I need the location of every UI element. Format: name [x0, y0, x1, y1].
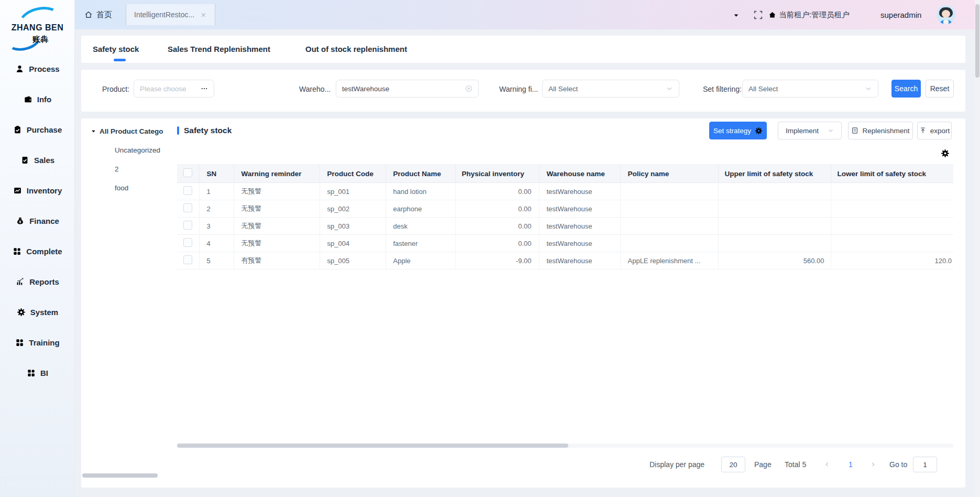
cell-upper — [718, 218, 831, 235]
cell-policy — [620, 200, 718, 218]
home-filled-icon — [768, 11, 776, 19]
cell-code: sp_004 — [320, 235, 386, 252]
close-icon[interactable] — [200, 12, 207, 18]
more-dots-icon — [201, 85, 208, 92]
warning-filter-label: Warning fi... — [499, 85, 538, 93]
tenant-indicator: 当前租户:管理员租户 — [768, 0, 850, 29]
set-filtering-select[interactable]: All Select — [742, 80, 878, 98]
sidebar-item-training[interactable]: Training — [15, 334, 59, 350]
avatar-shirt — [943, 20, 949, 24]
avatar[interactable] — [937, 5, 955, 24]
clipboard-check-icon — [13, 125, 22, 134]
warehouse-value: testWarehouse — [342, 85, 389, 93]
sidebar-item-sales[interactable]: Sales — [20, 152, 54, 168]
sidebar-item-system[interactable]: System — [17, 304, 58, 320]
sidebar-item-reports[interactable]: Reports — [16, 274, 59, 289]
set-strategy-button[interactable]: Set strategy — [709, 122, 767, 139]
tree-caret-icon[interactable] — [91, 128, 96, 134]
goto-page-input[interactable] — [913, 457, 937, 472]
sidebar-item-complete[interactable]: Complete — [13, 243, 62, 259]
tab-sales-trend-replenishment[interactable]: Sales Trend Replenishment — [168, 36, 270, 63]
cell-sn: 1 — [199, 183, 234, 200]
warning-filter-select[interactable]: All Select — [542, 80, 679, 98]
tree-item-uncategorized[interactable]: Uncategorized — [115, 143, 160, 157]
chevron-down-icon — [828, 127, 834, 134]
tree-item-2[interactable]: 2 — [115, 161, 119, 176]
sidebar-item-finance[interactable]: Finance — [16, 213, 59, 229]
row-checkbox[interactable] — [183, 221, 192, 230]
cell-lower — [831, 235, 953, 252]
sidebar-item-label: Sales — [34, 156, 54, 165]
implement-dropdown[interactable]: Implement — [778, 122, 842, 139]
column-header: Policy name — [620, 165, 718, 183]
safety-stock-table: SN Warning reminder Product Code Product… — [177, 164, 953, 269]
tree-item-food[interactable]: food — [115, 180, 128, 195]
cell-physical: 0.00 — [455, 235, 539, 252]
row-checkbox[interactable] — [183, 186, 192, 195]
page-size-input[interactable] — [721, 457, 745, 472]
set-strategy-label: Set strategy — [713, 127, 751, 135]
product-field[interactable]: Please choose — [134, 80, 214, 98]
search-button[interactable]: Search — [891, 80, 921, 98]
replenishment-button[interactable]: Replenishment — [848, 122, 913, 139]
previous-page-arrow[interactable]: ‹ — [825, 459, 829, 469]
panel-title: Safety stock — [177, 123, 232, 138]
product-placeholder: Please choose — [140, 85, 186, 93]
table-row: 4 无预警 sp_004 fastener 0.00 testWarehouse — [177, 235, 953, 252]
fullscreen-icon[interactable] — [754, 10, 763, 19]
sidebar-item-label: Info — [37, 95, 52, 104]
row-checkbox[interactable] — [183, 255, 192, 264]
cell-name: earphone — [386, 200, 455, 218]
row-checkbox[interactable] — [183, 238, 192, 247]
bar-chart-icon — [16, 277, 25, 286]
page-horizontal-scrollbar-thumb[interactable] — [82, 473, 158, 478]
gear-icon — [17, 308, 26, 317]
sidebar-item-inventory[interactable]: Inventory — [13, 182, 62, 198]
page-vertical-scrollbar-thumb[interactable] — [975, 4, 979, 78]
breadcrumb-home[interactable]: 首页 — [84, 0, 112, 29]
sidebar-item-purchase[interactable]: Purchase — [13, 122, 62, 137]
row-checkbox[interactable] — [183, 203, 192, 212]
column-header: Warehouse name — [539, 165, 620, 183]
sidebar-item-label: Complete — [26, 247, 62, 256]
cell-sn: 2 — [199, 200, 234, 218]
table-row: 1 无预警 sp_001 hand lotion 0.00 testWareho… — [177, 183, 953, 200]
cell-warning: 无预警 — [234, 235, 320, 252]
clear-icon[interactable] — [465, 85, 472, 92]
tree-root-all-product-categories[interactable]: All Product Catego — [91, 124, 163, 138]
cell-physical: 0.00 — [455, 218, 539, 235]
display-per-page-label: Display per page — [649, 460, 704, 469]
home-label: 首页 — [96, 10, 112, 20]
sidebar-nav: Process Info Purchase Sales Inventory Fi… — [0, 61, 75, 381]
sidebar-item-process[interactable]: Process — [15, 61, 59, 77]
sidebar-item-label: Process — [29, 64, 59, 73]
sidebar-item-info[interactable]: Info — [24, 91, 52, 107]
replenishment-label: Replenishment — [862, 127, 909, 135]
cell-code: sp_005 — [320, 252, 386, 269]
tab-out-of-stock-replenishment[interactable]: Out of stock replenishment — [305, 36, 407, 63]
cell-physical: 0.00 — [455, 183, 539, 200]
warehouse-field[interactable]: testWarehouse — [336, 80, 479, 98]
dropdown-caret-icon[interactable] — [733, 12, 740, 19]
column-settings-gear-icon[interactable] — [941, 149, 950, 158]
cell-warehouse: testWarehouse — [539, 183, 620, 200]
column-header: Upper limit of safety stock — [718, 165, 831, 183]
select-all-checkbox[interactable] — [183, 168, 192, 177]
tree-root-label: All Product Catego — [100, 127, 163, 135]
export-icon — [919, 127, 927, 134]
page-tab-label: IntelligentRestoc... — [134, 10, 194, 19]
table-horizontal-scrollbar-thumb[interactable] — [177, 444, 568, 448]
money-bag-icon — [16, 217, 25, 225]
sidebar-item-bi[interactable]: BI — [27, 365, 48, 381]
reset-button[interactable]: Reset — [926, 80, 954, 98]
export-button[interactable]: export — [917, 122, 952, 139]
brand-name-en: ZHANG BEN — [0, 23, 75, 33]
home-outline-icon — [84, 10, 93, 19]
tenant-label: 当前租户:管理员租户 — [779, 10, 850, 20]
current-page-number[interactable]: 1 — [849, 460, 853, 469]
cell-name: hand lotion — [386, 183, 455, 200]
page-tab[interactable]: IntelligentRestoc... — [126, 4, 215, 25]
username[interactable]: superadmin — [880, 0, 921, 29]
column-header: Product Code — [320, 165, 386, 183]
next-page-arrow[interactable]: › — [872, 459, 875, 469]
